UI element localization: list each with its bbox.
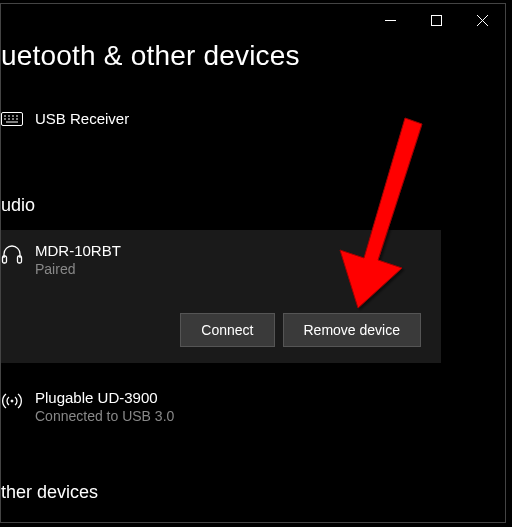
connect-button[interactable]: Connect xyxy=(180,313,274,347)
svg-rect-1 xyxy=(431,15,441,25)
device-usb-receiver[interactable]: USB Receiver xyxy=(1,100,505,137)
settings-content: uetooth & other devices USB Receiver xyxy=(1,36,505,527)
title-bar xyxy=(1,4,505,36)
device-info: Plugable UD-3900 Connected to USB 3.0 xyxy=(35,389,505,424)
device-action-buttons: Connect Remove device xyxy=(1,277,441,347)
close-button[interactable] xyxy=(459,4,505,36)
device-selected-block: MDR-10RBT Paired Connect Remove device xyxy=(1,230,441,363)
svg-point-16 xyxy=(11,400,13,402)
device-name-label: Plugable UD-3900 xyxy=(35,389,505,406)
close-icon xyxy=(477,15,488,26)
device-status-label: Paired xyxy=(35,261,441,277)
headphones-icon xyxy=(1,244,23,264)
page-title: uetooth & other devices xyxy=(1,36,505,72)
device-info: USB Receiver xyxy=(35,110,505,127)
device-info: MDR-10RBT Paired xyxy=(35,242,441,277)
remove-device-button[interactable]: Remove device xyxy=(283,313,422,347)
device-monitor[interactable]: Generic PnP Monitor xyxy=(1,519,505,527)
minimize-icon xyxy=(385,15,396,26)
device-name-label: USB Receiver xyxy=(35,110,505,127)
keyboard-icon xyxy=(1,112,23,126)
device-plugable[interactable]: Plugable UD-3900 Connected to USB 3.0 xyxy=(1,379,505,434)
audio-stream-icon xyxy=(1,391,23,411)
section-header-other: ther devices xyxy=(1,482,505,509)
device-status-label: Connected to USB 3.0 xyxy=(35,408,505,424)
maximize-icon xyxy=(431,15,442,26)
device-name-label: MDR-10RBT xyxy=(35,242,441,259)
section-header-audio: udio xyxy=(1,195,505,222)
minimize-button[interactable] xyxy=(367,4,413,36)
maximize-button[interactable] xyxy=(413,4,459,36)
settings-window: uetooth & other devices USB Receiver xyxy=(0,3,506,523)
device-mdr-10rbt[interactable]: MDR-10RBT Paired xyxy=(1,242,441,277)
